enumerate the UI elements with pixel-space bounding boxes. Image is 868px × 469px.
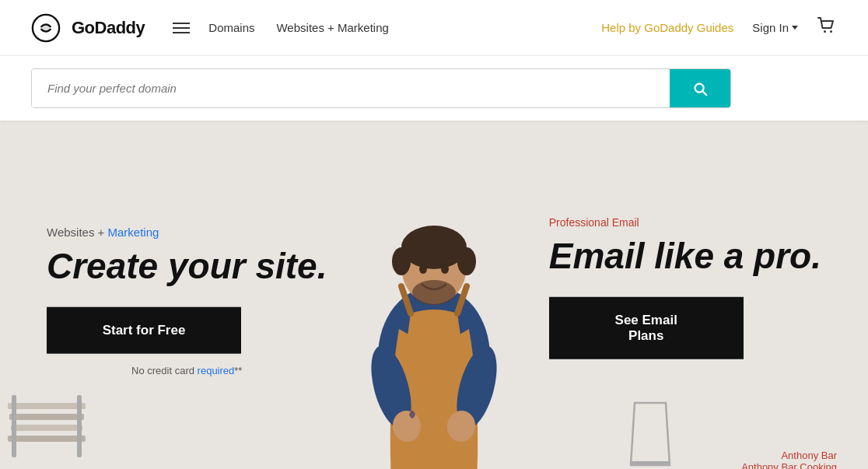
svg-point-1 <box>824 30 826 33</box>
search-section <box>0 56 868 121</box>
svg-point-2 <box>830 30 832 33</box>
logo-area: GoDaddy <box>31 13 145 43</box>
svg-rect-19 <box>11 425 82 431</box>
nav-links: Domains Websites + Marketing <box>208 21 601 34</box>
hero-section: Websites + Marketing Create your site. S… <box>0 121 868 469</box>
no-credit-suffix: ** <box>234 365 242 376</box>
hero-left-label: Websites + Marketing <box>47 225 327 238</box>
hero-label-plain: Websites + <box>47 225 108 238</box>
hero-center-figure <box>310 177 558 469</box>
signin-label: Sign In <box>752 21 789 34</box>
svg-point-16 <box>441 264 449 274</box>
glass-props-right <box>619 387 681 469</box>
hero-right: Professional Email Email like a pro. See… <box>549 215 821 370</box>
bottom-label-line1: Anthony Bar <box>741 450 837 461</box>
see-email-plans-button[interactable]: See Email Plans <box>549 297 744 359</box>
svg-rect-18 <box>9 414 84 420</box>
svg-rect-20 <box>8 436 86 442</box>
person-svg <box>317 177 551 469</box>
hero-label-accent: Marketing <box>108 225 159 238</box>
chevron-down-icon <box>792 26 798 30</box>
no-credit-text: No credit card required** <box>47 365 327 376</box>
hero-left-title: Create your site. <box>47 246 327 285</box>
godaddy-logo-icon <box>31 13 61 43</box>
help-link[interactable]: Help by GoDaddy Guides <box>601 21 733 34</box>
svg-rect-21 <box>12 395 16 457</box>
no-credit-plain: No credit card <box>131 365 198 376</box>
svg-point-6 <box>392 247 411 275</box>
logo-text: GoDaddy <box>72 18 145 38</box>
cart-icon[interactable] <box>817 16 837 40</box>
bottom-label-line2: Anthony Bar Cooking <box>741 461 837 469</box>
hero-right-title: Email like a pro. <box>549 236 821 275</box>
svg-point-5 <box>401 226 467 269</box>
svg-rect-23 <box>631 461 670 466</box>
start-for-free-button[interactable]: Start for Free <box>47 307 241 354</box>
header-right: Help by GoDaddy Guides Sign In <box>601 16 837 40</box>
svg-point-7 <box>457 247 476 275</box>
hamburger-menu[interactable] <box>170 19 193 37</box>
nav-websites-marketing[interactable]: Websites + Marketing <box>276 21 388 34</box>
search-icon <box>691 80 709 97</box>
domain-search-input[interactable] <box>32 69 670 107</box>
search-button[interactable] <box>670 69 730 107</box>
svg-point-8 <box>412 280 456 305</box>
bottom-labels: Anthony Bar Anthony Bar Cooking <box>741 450 837 469</box>
hero-right-label: Professional Email <box>549 215 821 228</box>
required-link[interactable]: required <box>198 365 235 376</box>
signin-button[interactable]: Sign In <box>752 21 798 34</box>
hero-left: Websites + Marketing Create your site. S… <box>47 225 327 376</box>
nav-domains[interactable]: Domains <box>208 21 254 34</box>
svg-rect-22 <box>77 395 82 457</box>
header: GoDaddy Domains Websites + Marketing Hel… <box>0 0 868 56</box>
search-container <box>31 68 731 108</box>
svg-rect-17 <box>8 403 86 409</box>
svg-point-15 <box>419 264 427 274</box>
